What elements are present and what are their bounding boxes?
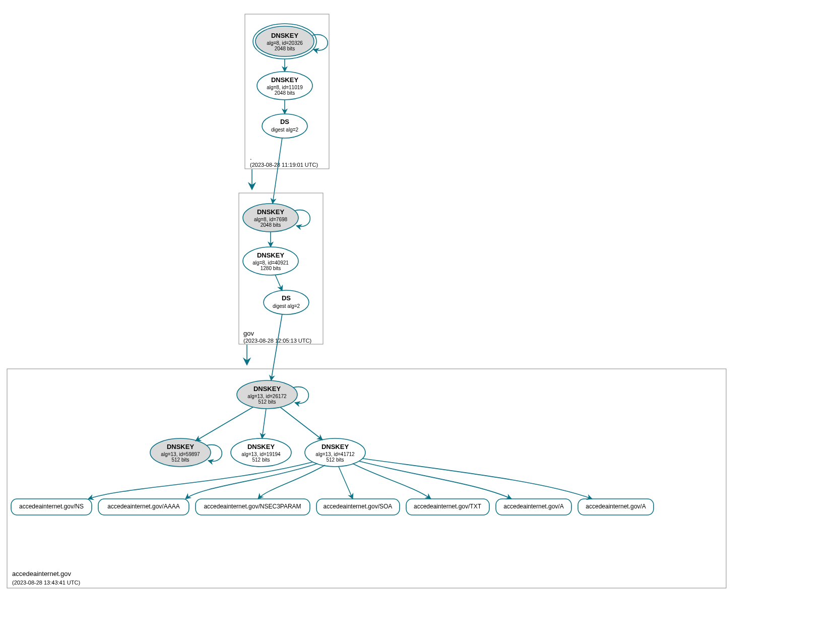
svg-text:2048 bits: 2048 bits xyxy=(261,222,281,228)
svg-text:alg=8, id=20326: alg=8, id=20326 xyxy=(267,40,303,46)
edge-key3-rr2 xyxy=(258,465,325,499)
node-leaf-ksk: DNSKEY alg=13, id=26172 512 bits xyxy=(237,380,297,409)
svg-text:DNSKEY: DNSKEY xyxy=(271,32,299,39)
rr-soa: accedeainternet.gov/SOA xyxy=(316,499,400,515)
edge-key3-rr5 xyxy=(359,461,511,499)
edge-key3-rr6 xyxy=(363,459,592,499)
zone-leaf: accedeainternet.gov (2023-08-28 13:43:41… xyxy=(7,369,726,588)
svg-text:DNSKEY: DNSKEY xyxy=(321,443,349,450)
svg-point-20 xyxy=(264,290,309,314)
zone-leaf-ts: (2023-08-28 13:43:41 UTC) xyxy=(12,579,80,586)
node-root-ds: DS digest alg=2 xyxy=(262,114,307,138)
svg-text:digest alg=2: digest alg=2 xyxy=(271,127,299,133)
node-root-ksk: DNSKEY alg=8, id=20326 2048 bits xyxy=(253,24,316,59)
svg-text:512 bits: 512 bits xyxy=(326,457,344,463)
svg-text:512 bits: 512 bits xyxy=(171,457,189,463)
rr-nsec3param: accedeainternet.gov/NSEC3PARAM xyxy=(196,499,310,515)
edge-root-ds-gov-ksk xyxy=(273,138,282,204)
rr-txt: accedeainternet.gov/TXT xyxy=(406,499,489,515)
zone-leaf-box xyxy=(7,369,726,588)
rr-a-1: accedeainternet.gov/A xyxy=(496,499,571,515)
svg-text:alg=13, id=41712: alg=13, id=41712 xyxy=(315,452,355,457)
node-gov-zsk: DNSKEY alg=8, id=40921 1280 bits xyxy=(243,247,298,275)
svg-text:accedeainternet.gov/NS: accedeainternet.gov/NS xyxy=(19,503,84,510)
dnssec-graph: . (2023-08-28 11:19:01 UTC) DNSKEY alg=8… xyxy=(0,0,836,644)
svg-text:accedeainternet.gov/A: accedeainternet.gov/A xyxy=(586,503,646,510)
zone-leaf-label: accedeainternet.gov xyxy=(12,570,72,577)
edge-leaf-ksk-key1 xyxy=(196,407,253,441)
edge-key3-rr3 xyxy=(339,467,353,499)
edge-leaf-ksk-key2 xyxy=(262,409,266,438)
node-gov-ksk: DNSKEY alg=8, id=7698 2048 bits xyxy=(243,204,298,232)
svg-text:alg=13, id=26172: alg=13, id=26172 xyxy=(247,394,287,399)
svg-text:accedeainternet.gov/NSEC3PARAM: accedeainternet.gov/NSEC3PARAM xyxy=(204,503,301,510)
svg-text:512 bits: 512 bits xyxy=(258,399,276,405)
node-root-zsk: DNSKEY alg=8, id=11019 2048 bits xyxy=(257,72,312,100)
edge-gov-ds-leaf-ksk xyxy=(271,314,282,380)
rr-a-2: accedeainternet.gov/A xyxy=(578,499,654,515)
rr-ns: accedeainternet.gov/NS xyxy=(11,499,92,515)
svg-text:DNSKEY: DNSKEY xyxy=(257,208,285,216)
svg-text:512 bits: 512 bits xyxy=(252,457,270,463)
svg-text:accedeainternet.gov/TXT: accedeainternet.gov/TXT xyxy=(414,503,482,510)
svg-text:DNSKEY: DNSKEY xyxy=(247,443,275,450)
rr-aaaa: accedeainternet.gov/AAAA xyxy=(98,499,189,515)
svg-text:DNSKEY: DNSKEY xyxy=(253,385,281,393)
svg-text:alg=8, id=11019: alg=8, id=11019 xyxy=(267,85,303,90)
zone-gov-label: gov xyxy=(243,330,254,337)
svg-text:alg=13, id=59897: alg=13, id=59897 xyxy=(161,452,200,457)
rr-row: accedeainternet.gov/NS accedeainternet.g… xyxy=(11,499,654,515)
svg-text:DNSKEY: DNSKEY xyxy=(257,251,285,259)
svg-text:DNSKEY: DNSKEY xyxy=(271,76,299,84)
svg-text:accedeainternet.gov/AAAA: accedeainternet.gov/AAAA xyxy=(107,503,179,510)
svg-text:alg=8, id=7698: alg=8, id=7698 xyxy=(254,217,288,222)
svg-text:DNSKEY: DNSKEY xyxy=(167,443,195,450)
node-gov-ds: DS digest alg=2 xyxy=(264,290,309,314)
svg-text:alg=8, id=40921: alg=8, id=40921 xyxy=(252,260,289,266)
svg-text:DS: DS xyxy=(282,294,291,302)
svg-text:DS: DS xyxy=(280,118,289,125)
svg-text:digest alg=2: digest alg=2 xyxy=(273,303,300,309)
node-leaf-key2: DNSKEY alg=13, id=19194 512 bits xyxy=(231,438,291,467)
svg-text:accedeainternet.gov/SOA: accedeainternet.gov/SOA xyxy=(324,503,393,510)
zone-root-label: . xyxy=(250,154,252,161)
edge-gov-zsk-ds xyxy=(275,275,282,291)
edge-key3-rr0 xyxy=(88,462,312,499)
node-leaf-key1: DNSKEY alg=13, id=59897 512 bits xyxy=(150,438,211,467)
svg-text:2048 bits: 2048 bits xyxy=(275,90,295,96)
svg-text:alg=13, id=19194: alg=13, id=19194 xyxy=(241,452,281,457)
svg-text:1280 bits: 1280 bits xyxy=(261,266,281,271)
edge-leaf-ksk-key3 xyxy=(280,407,323,440)
svg-text:2048 bits: 2048 bits xyxy=(275,46,295,51)
svg-text:accedeainternet.gov/A: accedeainternet.gov/A xyxy=(503,503,563,510)
zone-root-ts: (2023-08-28 11:19:01 UTC) xyxy=(250,162,318,168)
svg-point-9 xyxy=(262,114,307,138)
zone-root: . (2023-08-28 11:19:01 UTC) DNSKEY alg=8… xyxy=(245,14,329,169)
node-leaf-key3: DNSKEY alg=13, id=41712 512 bits xyxy=(305,438,365,467)
